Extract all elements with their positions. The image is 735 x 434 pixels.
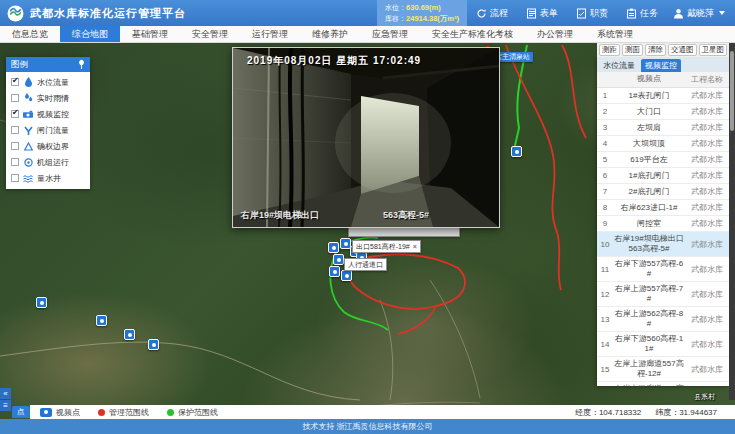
camera-marker[interactable] [511,146,522,157]
nav-item[interactable]: 办公管理 [525,26,585,42]
table-row[interactable]: 3 左坝肩 武都水库 [597,120,729,136]
scrollbar[interactable] [729,43,735,400]
video-timestamp: 2019年08月02日 星期五 17:02:49 [247,54,421,68]
header-action-button[interactable]: 流程 [467,0,517,26]
legend-item[interactable]: 确权边界 [6,138,90,154]
storage-label: 库容： [385,15,406,22]
legend-item[interactable]: 闸门流量 [6,122,90,138]
legend-item[interactable]: 水位流量 [6,74,90,90]
checkbox[interactable] [11,126,19,134]
nav-item[interactable]: 系统管理 [585,26,645,42]
nav-item[interactable]: 安全管理 [180,26,240,42]
legend-item[interactable]: 视频监控 [6,106,90,122]
header-action-button[interactable]: 职责 [567,0,617,26]
row-video-point: 619平台左 [613,153,685,167]
row-video-point: 左岸上游廊道567高程-13# [613,382,685,386]
header-action-button[interactable]: 任务 [617,0,667,26]
row-index: 4 [597,137,613,150]
map-tool-button[interactable]: 交通图 [668,44,697,56]
legend-list: 水位流量 实时雨情 [6,72,90,189]
camera-marker[interactable] [341,270,352,281]
nav-item[interactable]: 维修养护 [300,26,360,42]
table-row[interactable]: 7 2#底孔闸门 武都水库 [597,184,729,200]
layers-toggle-button[interactable] [0,400,11,411]
map-coordinates: 经度：104.718332 纬度：31.944637 [575,407,725,418]
table-row[interactable]: 11 右岸下游557高程-6# 武都水库 [597,257,729,282]
table-row[interactable]: 15 左岸上游廊道557高程-12# 武都水库 [597,357,729,382]
close-icon[interactable]: × [413,243,417,250]
header-action-label: 职责 [590,7,608,20]
row-video-point: 右岸下游557高程-6# [613,257,685,281]
table-row[interactable]: 9 闸控室 武都水库 [597,216,729,232]
nav-item[interactable]: 应急管理 [360,26,420,42]
checkbox[interactable] [11,94,19,102]
collapse-left-button[interactable] [0,388,11,399]
nav-item[interactable]: 综合地图 [60,26,120,42]
camera-marker[interactable] [96,315,107,326]
scrollbar-thumb[interactable] [730,51,734,131]
nav-item[interactable]: 安全生产标准化考核 [420,26,525,42]
chevron-down-icon [719,11,725,15]
table-row[interactable]: 5 619平台左 武都水库 [597,152,729,168]
camera-marker[interactable] [148,339,159,350]
map-tooltip-walkway[interactable]: 人行通道口 [344,258,387,271]
map-tool-button[interactable]: 清除 [645,44,666,56]
row-video-point: 右岸19#坝电梯出口563高程-5# [613,232,685,256]
nav-item[interactable]: 运行管理 [240,26,300,42]
camera-marker[interactable] [36,297,47,308]
table-row[interactable]: 8 右岸623进口-1# 武都水库 [597,200,729,216]
row-project: 武都水库 [685,337,729,352]
table-row[interactable]: 4 大坝坝顶 武都水库 [597,136,729,152]
table-row[interactable]: 6 1#底孔闸门 武都水库 [597,168,729,184]
map-tool-button[interactable]: 卫星图 [699,44,728,56]
header-right: 水位：630.69(m) 库容：24914.38(万m³) 流程 [377,0,735,26]
row-video-point: 大坝坝顶 [613,137,685,151]
row-project: 武都水库 [685,287,729,302]
checkbox[interactable] [11,142,19,150]
table-row[interactable]: 2 大门口 武都水库 [597,104,729,120]
row-project: 武都水库 [685,136,729,151]
table-row[interactable]: 12 右岸上游557高程-7# 武都水库 [597,282,729,307]
row-project: 武都水库 [685,184,729,199]
table-row[interactable]: 10 右岸19#坝电梯出口563高程-5# 武都水库 [597,232,729,257]
user-menu[interactable]: 戴晓萍 [667,7,735,20]
legend-title: 图例 [11,57,28,72]
header-actions: 流程 表单 职责 [467,0,667,26]
layer-icon [23,157,33,167]
nav-item[interactable]: 信息总览 [0,26,60,42]
checkbox[interactable] [11,110,19,118]
table-row[interactable]: 1 1#表孔闸门 武都水库 [597,88,729,104]
checkbox[interactable] [11,158,19,166]
table-row[interactable]: 14 右岸下游560高程-11# 武都水库 [597,332,729,357]
map-tool-button[interactable]: 测距 [599,44,620,56]
camera-marker[interactable] [124,329,135,340]
row-index: 1 [597,89,613,102]
header-action-button[interactable]: 表单 [517,0,567,26]
row-index: 7 [597,185,613,198]
nav-item[interactable]: 基础管理 [120,26,180,42]
panel-tab[interactable]: 视频监控 [641,59,681,72]
pin-icon[interactable] [78,60,85,69]
row-project: 武都水库 [685,152,729,167]
row-index: 3 [597,121,613,134]
table-row[interactable]: 16 左岸上游廊道567高程-13# 武都水库 [597,382,729,386]
legend-item-label: 水位流量 [37,77,69,88]
video-popup[interactable]: 2019年08月02日 星期五 17:02:49 右岸19#坝电梯出口 563高… [232,47,500,228]
header-video-point: 视频点 [613,72,685,87]
legend-item[interactable]: 实时雨情 [6,90,90,106]
checkbox[interactable] [11,174,19,182]
map-tool-button[interactable]: 测面 [622,44,643,56]
bottom-legend-bar: 视频点 管理范围线 保护范围线 经度：104.718332 纬 [30,405,735,419]
collapsed-tab[interactable]: 点 [12,406,30,418]
row-video-point: 右岸下游560高程-11# [613,332,685,356]
map-tooltip-exit[interactable]: 出口581高程-19#× [352,240,421,253]
row-project: 武都水库 [685,200,729,215]
checkbox[interactable] [11,78,19,86]
legend-item[interactable]: 机组运行 [6,154,90,170]
legend-item[interactable]: 量水井 [6,170,90,186]
camera-marker[interactable] [329,266,340,277]
camera-marker[interactable] [328,242,339,253]
camera-marker[interactable] [333,254,344,265]
panel-tab[interactable]: 水位流量 [599,59,639,72]
table-row[interactable]: 13 右岸上游562高程-8# 武都水库 [597,307,729,332]
